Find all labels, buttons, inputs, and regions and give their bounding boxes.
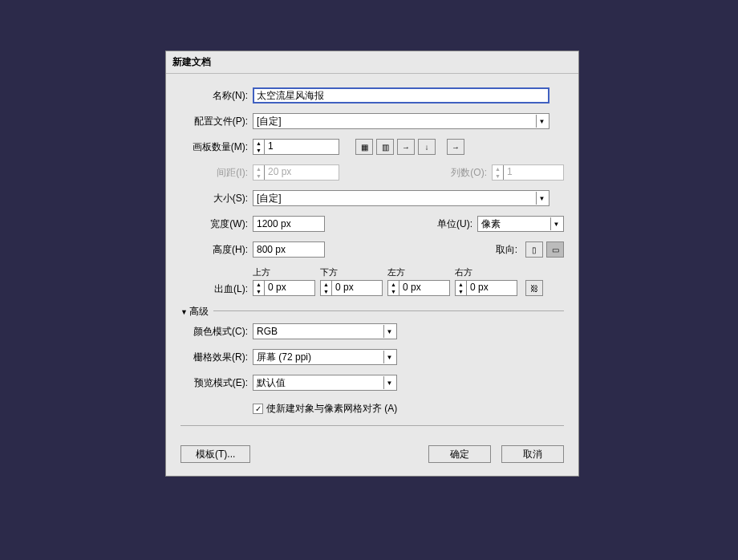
height-input[interactable] xyxy=(253,241,325,258)
arrow-icon[interactable]: → xyxy=(447,139,464,155)
width-label: 宽度(W): xyxy=(180,217,253,231)
preview-label: 预览模式(E): xyxy=(180,376,253,390)
raster-select[interactable]: 屏幕 (72 ppi) ▼ xyxy=(253,349,397,365)
height-label: 高度(H): xyxy=(180,243,253,257)
bleed-label: 出血(L): xyxy=(180,282,253,296)
color-mode-label: 颜色模式(C): xyxy=(180,325,253,339)
preview-select[interactable]: 默认值 ▼ xyxy=(253,375,397,391)
columns-label: 列数(O): xyxy=(436,166,492,180)
check-icon: ✓ xyxy=(253,404,263,414)
name-input[interactable] xyxy=(253,87,549,103)
bleed-right-stepper[interactable]: ▲▼0 px xyxy=(455,280,517,296)
artboards-stepper[interactable]: ▲▼ 1 xyxy=(253,139,339,155)
cancel-button[interactable]: 取消 xyxy=(501,445,564,463)
grid-row-icon[interactable]: ▦ xyxy=(355,139,373,155)
link-icon[interactable]: ⛓ xyxy=(525,280,543,296)
color-mode-select[interactable]: RGB ▼ xyxy=(253,323,397,339)
advanced-toggle[interactable]: 高级 xyxy=(180,305,213,319)
dialog-title: 新建文档 xyxy=(166,51,578,74)
grid-col-icon[interactable]: ▥ xyxy=(376,139,394,155)
size-label: 大小(S): xyxy=(180,192,253,205)
chevron-down-icon: ▼ xyxy=(383,376,395,389)
spacing-label: 间距(I): xyxy=(180,166,253,180)
arrange-down-icon[interactable]: ↓ xyxy=(418,139,436,155)
align-pixel-checkbox[interactable]: ✓ 使新建对象与像素网格对齐 (A) xyxy=(253,402,397,416)
artboards-label: 画板数量(M): xyxy=(180,140,253,154)
chevron-down-icon: ▼ xyxy=(383,351,395,363)
bleed-top-stepper[interactable]: ▲▼0 px xyxy=(253,280,315,296)
portrait-icon[interactable]: ▯ xyxy=(525,241,543,258)
landscape-icon[interactable]: ▭ xyxy=(546,241,564,258)
chevron-down-icon: ▼ xyxy=(550,217,562,230)
width-input[interactable] xyxy=(253,216,325,232)
units-label: 单位(U): xyxy=(421,217,477,231)
columns-stepper: ▲▼ 1 xyxy=(492,164,564,181)
ok-button[interactable]: 确定 xyxy=(428,445,491,463)
profile-select[interactable]: [自定] ▼ xyxy=(253,113,549,129)
spacing-stepper: ▲▼ 20 px xyxy=(253,164,339,181)
bleed-left-stepper[interactable]: ▲▼0 px xyxy=(387,280,450,296)
name-label: 名称(N): xyxy=(180,89,253,103)
arrange-right-icon[interactable]: → xyxy=(397,139,415,155)
raster-label: 栅格效果(R): xyxy=(180,351,253,364)
new-document-dialog: 新建文档 名称(N): 配置文件(P): [自定] ▼ 画板数量(M): ▲▼ … xyxy=(165,51,579,477)
chevron-down-icon: ▼ xyxy=(536,115,547,128)
units-select[interactable]: 像素 ▼ xyxy=(477,216,564,232)
size-select[interactable]: [自定] ▼ xyxy=(253,190,549,206)
chevron-down-icon: ▼ xyxy=(383,325,395,338)
profile-label: 配置文件(P): xyxy=(180,115,253,128)
template-button[interactable]: 模板(T)... xyxy=(180,445,250,463)
chevron-down-icon: ▼ xyxy=(536,192,547,205)
bleed-bottom-stepper[interactable]: ▲▼0 px xyxy=(320,280,383,296)
orientation-label: 取向: xyxy=(496,243,522,257)
